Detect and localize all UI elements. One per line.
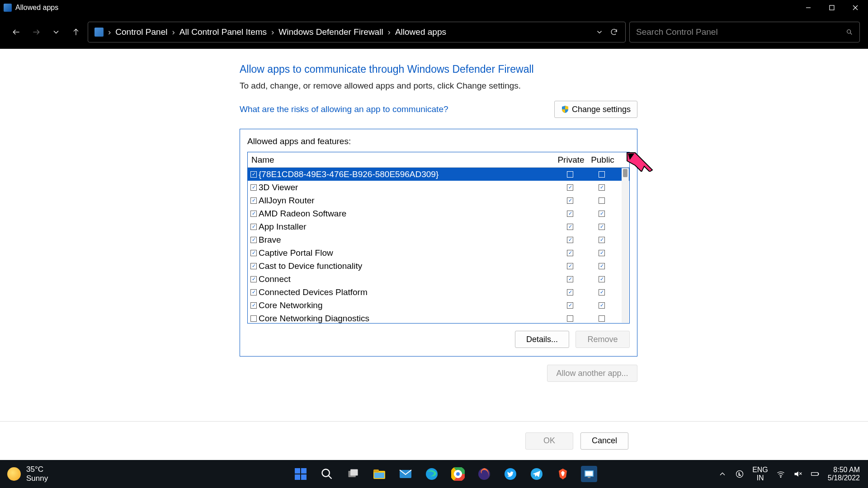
- column-private[interactable]: Private: [555, 155, 587, 165]
- file-explorer-icon[interactable]: [371, 466, 387, 482]
- brave-icon[interactable]: [555, 466, 571, 482]
- private-checkbox[interactable]: [567, 197, 573, 204]
- table-row[interactable]: Connect: [248, 272, 629, 286]
- tray-app-icon[interactable]: L: [735, 469, 744, 479]
- column-public[interactable]: Public: [587, 155, 618, 165]
- maximize-button[interactable]: [826, 2, 837, 13]
- start-button[interactable]: [292, 466, 309, 482]
- table-row[interactable]: AllJoyn Router: [248, 194, 629, 207]
- table-row[interactable]: AMD Radeon Software: [248, 207, 629, 220]
- ok-button[interactable]: OK: [525, 432, 573, 450]
- forward-button[interactable]: [28, 24, 44, 40]
- twitter-icon[interactable]: [502, 466, 519, 482]
- public-checkbox[interactable]: [599, 237, 605, 243]
- refresh-button[interactable]: [609, 27, 619, 37]
- enabled-checkbox[interactable]: [250, 289, 257, 296]
- enabled-checkbox[interactable]: [250, 184, 257, 191]
- public-checkbox[interactable]: [599, 276, 605, 282]
- private-checkbox[interactable]: [567, 171, 573, 178]
- enabled-checkbox[interactable]: [250, 276, 257, 282]
- table-row[interactable]: {78E1CD88-49E3-476E-B926-580E596AD309}: [248, 168, 629, 181]
- tray-overflow-icon[interactable]: [718, 469, 727, 479]
- scrollbar-thumb[interactable]: [623, 169, 627, 177]
- firefox-icon[interactable]: [476, 466, 492, 482]
- enabled-checkbox[interactable]: [250, 171, 257, 178]
- public-checkbox[interactable]: [599, 289, 605, 296]
- enabled-checkbox[interactable]: [250, 211, 257, 217]
- close-button[interactable]: [850, 2, 861, 13]
- search-button[interactable]: [319, 466, 335, 482]
- table-row[interactable]: App Installer: [248, 220, 629, 233]
- private-checkbox[interactable]: [567, 302, 573, 309]
- public-checkbox[interactable]: [599, 171, 605, 178]
- control-panel-icon[interactable]: [581, 466, 597, 482]
- breadcrumb-item[interactable]: All Control Panel Items: [179, 27, 267, 37]
- public-checkbox[interactable]: [599, 211, 605, 217]
- column-name[interactable]: Name: [250, 155, 555, 165]
- table-row[interactable]: Captive Portal Flow: [248, 246, 629, 259]
- public-checkbox[interactable]: [599, 224, 605, 230]
- svg-rect-42: [811, 473, 818, 476]
- public-checkbox[interactable]: [599, 197, 605, 204]
- chrome-icon[interactable]: [450, 466, 466, 482]
- wifi-icon[interactable]: [776, 469, 785, 479]
- enabled-checkbox[interactable]: [250, 224, 257, 230]
- table-row[interactable]: Core Networking Diagnostics: [248, 312, 629, 323]
- enabled-checkbox[interactable]: [250, 315, 257, 322]
- table-row[interactable]: 3D Viewer: [248, 181, 629, 194]
- private-checkbox[interactable]: [567, 276, 573, 282]
- cancel-button[interactable]: Cancel: [580, 432, 628, 450]
- apps-listbox[interactable]: Name Private Public {78E1CD88-49E3-476E-…: [247, 152, 630, 324]
- private-checkbox[interactable]: [567, 184, 573, 191]
- volume-muted-icon[interactable]: [793, 469, 802, 479]
- risks-link[interactable]: What are the risks of allowing an app to…: [240, 104, 554, 114]
- search-input[interactable]: Search Control Panel: [629, 22, 860, 42]
- task-view-button[interactable]: [345, 466, 361, 482]
- public-checkbox[interactable]: [599, 263, 605, 269]
- public-checkbox[interactable]: [599, 315, 605, 322]
- public-checkbox[interactable]: [599, 184, 605, 191]
- details-button[interactable]: Details...: [515, 331, 569, 348]
- minimize-button[interactable]: [803, 2, 814, 13]
- scrollbar[interactable]: [622, 168, 629, 323]
- private-checkbox[interactable]: [567, 237, 573, 243]
- up-button[interactable]: [68, 24, 84, 40]
- battery-icon[interactable]: [811, 469, 820, 479]
- search-placeholder: Search Control Panel: [636, 27, 718, 37]
- back-button[interactable]: [8, 24, 24, 40]
- weather-widget[interactable]: 35°C Sunny: [0, 465, 172, 483]
- table-row[interactable]: Cast to Device functionality: [248, 259, 629, 272]
- clock[interactable]: 8:50 AM 5/18/2022: [828, 466, 860, 482]
- private-checkbox[interactable]: [567, 263, 573, 269]
- table-row[interactable]: Connected Devices Platform: [248, 286, 629, 299]
- breadcrumb-item[interactable]: Windows Defender Firewall: [278, 27, 383, 37]
- enabled-checkbox[interactable]: [250, 263, 257, 269]
- address-dropdown[interactable]: [594, 27, 604, 37]
- mail-icon[interactable]: [397, 466, 414, 482]
- private-checkbox[interactable]: [567, 250, 573, 256]
- private-checkbox[interactable]: [567, 224, 573, 230]
- language-indicator[interactable]: ENG IN: [752, 466, 768, 482]
- table-row[interactable]: Brave: [248, 233, 629, 246]
- remove-button[interactable]: Remove: [576, 331, 630, 348]
- svg-rect-21: [374, 473, 384, 478]
- enabled-checkbox[interactable]: [250, 237, 257, 243]
- table-row[interactable]: Core Networking: [248, 299, 629, 312]
- change-settings-button[interactable]: Change settings: [554, 101, 637, 118]
- history-dropdown[interactable]: [48, 24, 64, 40]
- private-checkbox[interactable]: [567, 211, 573, 217]
- private-checkbox[interactable]: [567, 315, 573, 322]
- enabled-checkbox[interactable]: [250, 302, 257, 309]
- private-checkbox[interactable]: [567, 289, 573, 296]
- public-checkbox[interactable]: [599, 302, 605, 309]
- edge-icon[interactable]: [424, 466, 440, 482]
- breadcrumb-item[interactable]: Control Panel: [115, 27, 167, 37]
- enabled-checkbox[interactable]: [250, 250, 257, 256]
- app-name: App Installer: [259, 222, 555, 232]
- address-bar[interactable]: › Control Panel › All Control Panel Item…: [88, 22, 626, 42]
- allow-another-app-button[interactable]: Allow another app...: [547, 365, 637, 382]
- public-checkbox[interactable]: [599, 250, 605, 256]
- breadcrumb-item[interactable]: Allowed apps: [395, 27, 446, 37]
- enabled-checkbox[interactable]: [250, 197, 257, 204]
- telegram-icon[interactable]: [528, 466, 545, 482]
